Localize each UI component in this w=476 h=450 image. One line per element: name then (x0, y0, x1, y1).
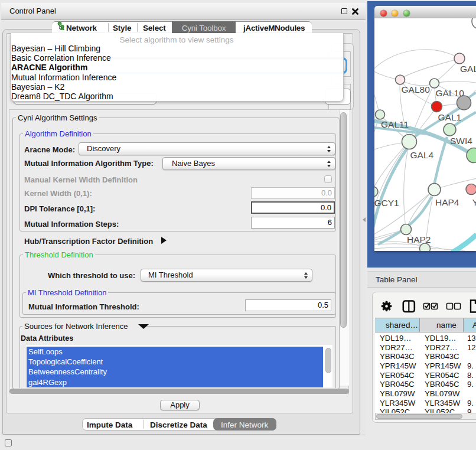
svg-text:SWI4: SWI4 (450, 136, 472, 146)
svg-text:Y: Y (472, 197, 476, 207)
svg-text:HAP4: HAP4 (435, 197, 459, 207)
svg-text:HAP2: HAP2 (407, 234, 431, 244)
svg-text:GAL7: GAL7 (460, 64, 476, 74)
svg-text:GAL10: GAL10 (436, 88, 465, 98)
svg-text:GAL11: GAL11 (381, 119, 409, 129)
svg-text:GAL4: GAL4 (410, 150, 434, 160)
svg-text:GCY1: GCY1 (374, 198, 399, 208)
svg-text:GAL1: GAL1 (438, 112, 462, 122)
svg-text:GAL80: GAL80 (402, 84, 431, 94)
